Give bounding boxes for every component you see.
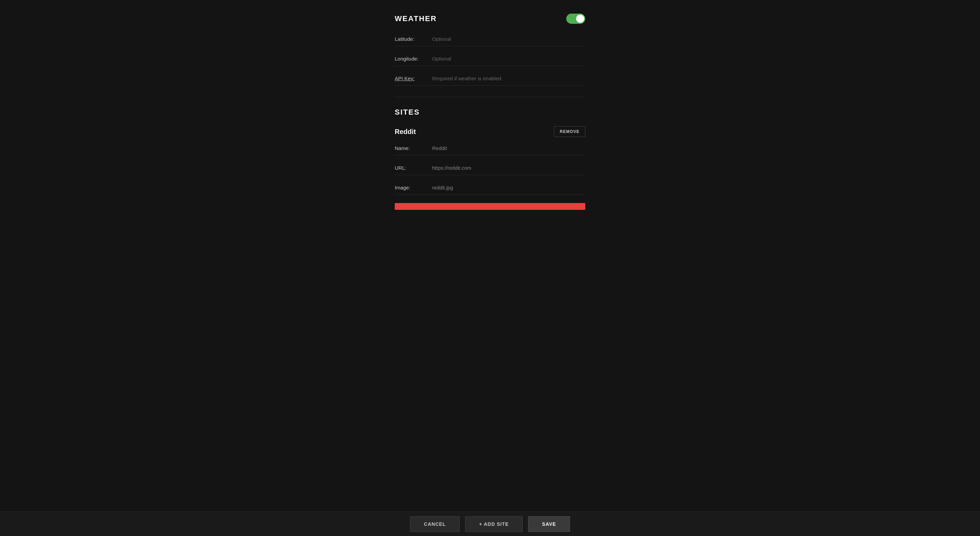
section-divider: [395, 97, 585, 97]
weather-section-header: WEATHER: [395, 14, 585, 24]
add-site-preview-bar: [395, 203, 585, 210]
latitude-input[interactable]: [432, 35, 585, 43]
weather-title: WEATHER: [395, 14, 437, 23]
form-container: WEATHER Latitude: Longitude: API Key:: [395, 14, 585, 502]
site-image-input[interactable]: [432, 183, 585, 192]
site-name-row: Name:: [395, 144, 585, 155]
latitude-label: Latitude:: [395, 36, 432, 42]
footer-bar: CANCEL + ADD SITE SAVE: [0, 512, 980, 536]
weather-toggle[interactable]: [566, 14, 585, 24]
site-item-reddit: Reddit REMOVE Name: URL: Image:: [395, 126, 585, 210]
site-url-input[interactable]: [432, 163, 585, 172]
add-site-button[interactable]: + ADD SITE: [465, 516, 523, 532]
latitude-row: Latitude:: [395, 35, 585, 46]
site-name-input[interactable]: [432, 144, 585, 152]
site-url-label: URL:: [395, 165, 432, 171]
site-name-label: Name:: [395, 145, 432, 151]
site-image-row: Image:: [395, 183, 585, 195]
remove-site-button[interactable]: REMOVE: [554, 126, 585, 137]
sites-section-header: SITES: [395, 108, 585, 117]
api-key-input[interactable]: [432, 74, 585, 82]
site-title-reddit: Reddit: [395, 128, 416, 136]
site-url-row: URL:: [395, 163, 585, 175]
toggle-track: [566, 14, 585, 24]
sites-title: SITES: [395, 108, 420, 116]
api-key-label[interactable]: API Key:: [395, 76, 432, 81]
longitude-row: Longitude:: [395, 54, 585, 66]
save-button[interactable]: SAVE: [528, 516, 570, 532]
site-image-label: Image:: [395, 185, 432, 190]
cancel-button[interactable]: CANCEL: [410, 516, 460, 532]
longitude-input[interactable]: [432, 54, 585, 63]
site-item-header: Reddit REMOVE: [395, 126, 585, 137]
main-content: WEATHER Latitude: Longitude: API Key:: [0, 0, 980, 536]
api-key-row: API Key:: [395, 74, 585, 86]
longitude-label: Longitude:: [395, 56, 432, 62]
toggle-thumb: [576, 14, 584, 23]
